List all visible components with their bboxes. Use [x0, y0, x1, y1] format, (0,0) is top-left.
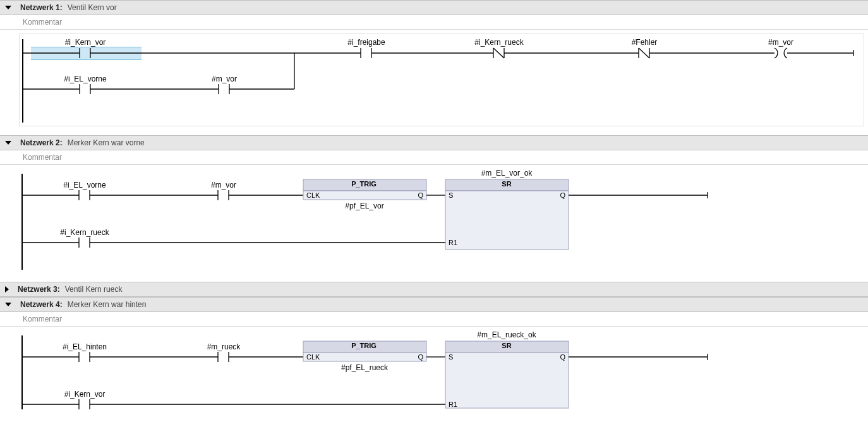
network-comment[interactable]: Kommentar: [0, 312, 868, 327]
network-title[interactable]: Merker Kern war hinten: [68, 300, 147, 309]
box-pin-s2: S: [449, 353, 453, 361]
box-pin-r1: R1: [449, 239, 457, 246]
network-number: Netzwerk 1:: [20, 3, 63, 12]
operand-label-Fehler[interactable]: #Fehler: [632, 38, 658, 47]
svg-rect-36: [303, 191, 426, 200]
ladder-canvas-n2[interactable]: #i_EL_vorne#m_vor#pf_EL_vor#m_EL_vor_ok#…: [19, 169, 864, 273]
network-number: Netzwerk 3:: [18, 285, 60, 294]
operand-label-i_EL_vorne[interactable]: #i_EL_vorne: [64, 75, 106, 83]
operand-label-m_rueck[interactable]: #m_rueck: [207, 342, 241, 351]
network-title[interactable]: Ventil Kern vor: [68, 3, 117, 12]
network-number: Netzwerk 2:: [20, 138, 63, 147]
box-pin-s: S: [449, 191, 453, 199]
operand-label-i_EL_hinten[interactable]: #i_EL_hinten: [63, 342, 107, 351]
operand-label-pf_EL_vor[interactable]: #pf_EL_vor: [345, 202, 383, 210]
box-pin-q2: Q: [560, 191, 565, 199]
operand-label-i_Kern_vor2[interactable]: #i_Kern_vor: [64, 390, 105, 399]
box-pin-sr: SR: [502, 180, 511, 188]
chevron-down-icon[interactable]: [5, 6, 11, 9]
network-header-n3[interactable]: Netzwerk 3:Ventil Kern rueck: [0, 282, 868, 297]
network-title[interactable]: Ventil Kern rueck: [65, 285, 123, 294]
operand-label-pf_EL_rueck[interactable]: #pf_EL_rueck: [341, 363, 388, 372]
network-header-n1[interactable]: Netzwerk 1:Ventil Kern vor: [0, 0, 868, 15]
box-pin-ptrig2: P_TRIG: [351, 342, 377, 349]
box-pin-clk2: CLK: [306, 353, 320, 361]
svg-rect-55: [303, 353, 426, 361]
network-comment[interactable]: Kommentar: [0, 150, 868, 165]
box-pin-q3: Q: [418, 353, 423, 361]
operand-label-m_EL_vor_ok[interactable]: #m_EL_vor_ok: [481, 169, 533, 178]
svg-rect-58: [445, 353, 569, 408]
ladder-canvas-n4[interactable]: #i_EL_hinten#m_rueck#pf_EL_rueck#m_EL_ru…: [19, 330, 864, 409]
box-pin-sr2: SR: [502, 342, 511, 349]
box-pin-ptrig: P_TRIG: [351, 180, 377, 188]
operand-label-i_Kern_rueck[interactable]: #i_Kern_rueck: [474, 38, 523, 47]
box-pin-q1: Q: [418, 191, 423, 199]
svg-line-23: [639, 48, 649, 58]
box-pin-r12: R1: [449, 401, 457, 408]
chevron-down-icon[interactable]: [5, 141, 11, 145]
chevron-right-icon[interactable]: [5, 286, 9, 292]
network-title[interactable]: Merker Kern war vorne: [68, 138, 145, 147]
ladder-diagram: [19, 330, 864, 409]
network-header-n4[interactable]: Netzwerk 4:Merker Kern war hinten: [0, 297, 868, 312]
network-header-n2[interactable]: Netzwerk 2:Merker Kern war vorne: [0, 135, 868, 150]
operand-label-i_Kern_rueck2[interactable]: #i_Kern_rueck: [60, 228, 109, 237]
operand-label-m_vor2[interactable]: #m_vor: [211, 181, 236, 190]
chevron-down-icon[interactable]: [5, 303, 11, 306]
network-comment[interactable]: Kommentar: [0, 15, 868, 30]
svg-rect-39: [445, 191, 569, 250]
box-pin-q4: Q: [560, 353, 565, 361]
network-number: Netzwerk 4:: [20, 300, 63, 309]
ladder-diagram: [20, 34, 864, 126]
box-pin-clk: CLK: [306, 191, 320, 199]
operand-label-i_freigabe[interactable]: #i_freigabe: [347, 38, 385, 47]
operand-label-m_vor_b[interactable]: #m_vor: [768, 38, 793, 47]
ladder-canvas-n1[interactable]: #i_Kern_vor#i_EL_vorne#m_vor#i_freigabe#…: [19, 33, 864, 126]
operand-label-i_EL_vorne2[interactable]: #i_EL_vorne: [63, 181, 105, 190]
operand-label-i_Kern_vor[interactable]: #i_Kern_vor: [65, 38, 106, 47]
operand-label-m_EL_rueck_ok[interactable]: #m_EL_rueck_ok: [477, 330, 536, 339]
ladder-diagram: [19, 169, 864, 273]
svg-line-19: [493, 48, 504, 58]
operand-label-m_vor_a[interactable]: #m_vor: [212, 75, 237, 83]
